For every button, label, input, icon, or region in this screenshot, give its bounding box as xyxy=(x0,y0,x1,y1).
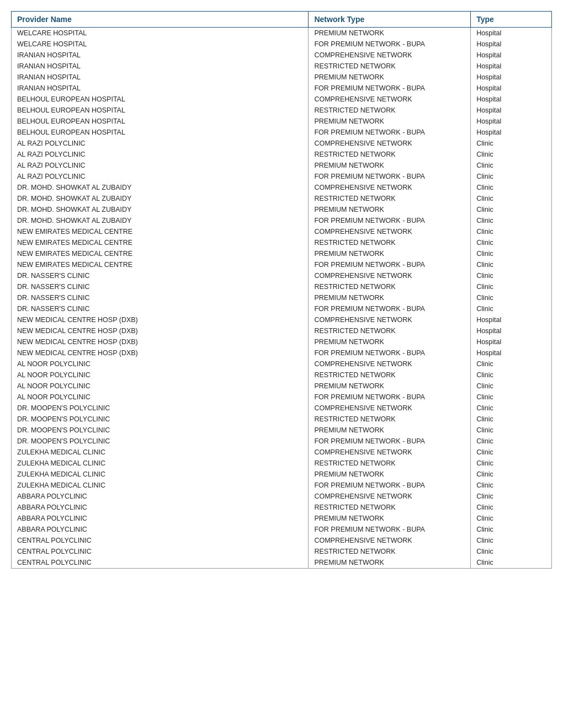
table-row: DR. MOOPEN'S POLYCLINICPREMIUM NETWORKCl… xyxy=(12,425,552,436)
cell-network-type: RESTRICTED NETWORK xyxy=(309,281,471,292)
cell-type: Clinic xyxy=(471,535,552,546)
cell-network-type: COMPREHENSIVE NETWORK xyxy=(309,403,471,414)
table-row: AL NOOR POLYCLINICPREMIUM NETWORKClinic xyxy=(12,381,552,392)
table-row: WELCARE HOSPITALFOR PREMIUM NETWORK - BU… xyxy=(12,39,552,50)
table-row: AL RAZI POLYCLINICRESTRICTED NETWORKClin… xyxy=(12,149,552,160)
cell-provider-name: ZULEKHA MEDICAL CLINIC xyxy=(12,480,309,491)
cell-provider-name: CENTRAL POLYCLINIC xyxy=(12,535,309,546)
cell-provider-name: IRANIAN HOSPITAL xyxy=(12,72,309,83)
cell-network-type: PREMIUM NETWORK xyxy=(309,72,471,83)
table-row: DR. NASSER'S CLINICFOR PREMIUM NETWORK -… xyxy=(12,303,552,314)
cell-network-type: FOR PREMIUM NETWORK - BUPA xyxy=(309,480,471,491)
cell-network-type: PREMIUM NETWORK xyxy=(309,292,471,303)
cell-network-type: PREMIUM NETWORK xyxy=(309,248,471,259)
cell-network-type: PREMIUM NETWORK xyxy=(309,116,471,127)
cell-provider-name: DR. MOOPEN'S POLYCLINIC xyxy=(12,414,309,425)
table-row: NEW MEDICAL CENTRE HOSP (DXB)COMPREHENSI… xyxy=(12,314,552,325)
table-row: DR. NASSER'S CLINICPREMIUM NETWORKClinic xyxy=(12,292,552,303)
cell-provider-name: DR. MOHD. SHOWKAT AL ZUBAIDY xyxy=(12,215,309,226)
cell-type: Hospital xyxy=(471,116,552,127)
cell-provider-name: ABBARA POLYCLINIC xyxy=(12,513,309,524)
cell-network-type: PREMIUM NETWORK xyxy=(309,204,471,215)
cell-network-type: PREMIUM NETWORK xyxy=(309,160,471,171)
table-row: DR. NASSER'S CLINICCOMPREHENSIVE NETWORK… xyxy=(12,270,552,281)
cell-network-type: PREMIUM NETWORK xyxy=(309,425,471,436)
cell-network-type: RESTRICTED NETWORK xyxy=(309,546,471,557)
cell-provider-name: AL NOOR POLYCLINIC xyxy=(12,358,309,370)
cell-provider-name: AL RAZI POLYCLINIC xyxy=(12,171,309,182)
cell-provider-name: WELCARE HOSPITAL xyxy=(12,39,309,50)
table-row: AL RAZI POLYCLINICFOR PREMIUM NETWORK - … xyxy=(12,171,552,182)
cell-provider-name: ZULEKHA MEDICAL CLINIC xyxy=(12,469,309,480)
cell-provider-name: NEW MEDICAL CENTRE HOSP (DXB) xyxy=(12,347,309,358)
cell-type: Hospital xyxy=(471,94,552,105)
table-row: BELHOUL EUROPEAN HOSPITALCOMPREHENSIVE N… xyxy=(12,94,552,105)
cell-network-type: COMPREHENSIVE NETWORK xyxy=(309,50,471,61)
cell-provider-name: DR. MOHD. SHOWKAT AL ZUBAIDY xyxy=(12,193,309,204)
cell-network-type: FOR PREMIUM NETWORK - BUPA xyxy=(309,259,471,270)
cell-provider-name: AL NOOR POLYCLINIC xyxy=(12,381,309,392)
cell-type: Clinic xyxy=(471,370,552,381)
table-row: ABBARA POLYCLINICPREMIUM NETWORKClinic xyxy=(12,513,552,524)
cell-provider-name: NEW MEDICAL CENTRE HOSP (DXB) xyxy=(12,325,309,336)
cell-type: Clinic xyxy=(471,480,552,491)
cell-network-type: PREMIUM NETWORK xyxy=(309,28,471,39)
cell-network-type: RESTRICTED NETWORK xyxy=(309,414,471,425)
table-row: DR. MOOPEN'S POLYCLINICFOR PREMIUM NETWO… xyxy=(12,436,552,447)
cell-type: Clinic xyxy=(471,204,552,215)
cell-type: Hospital xyxy=(471,127,552,138)
cell-network-type: FOR PREMIUM NETWORK - BUPA xyxy=(309,392,471,403)
cell-type: Clinic xyxy=(471,248,552,259)
cell-provider-name: BELHOUL EUROPEAN HOSPITAL xyxy=(12,116,309,127)
cell-network-type: RESTRICTED NETWORK xyxy=(309,325,471,336)
table-row: NEW MEDICAL CENTRE HOSP (DXB)FOR PREMIUM… xyxy=(12,347,552,358)
cell-network-type: FOR PREMIUM NETWORK - BUPA xyxy=(309,39,471,50)
cell-network-type: RESTRICTED NETWORK xyxy=(309,237,471,248)
table-row: AL NOOR POLYCLINICFOR PREMIUM NETWORK - … xyxy=(12,392,552,403)
cell-type: Hospital xyxy=(471,83,552,94)
cell-network-type: COMPREHENSIVE NETWORK xyxy=(309,491,471,502)
cell-provider-name: AL NOOR POLYCLINIC xyxy=(12,370,309,381)
cell-provider-name: ABBARA POLYCLINIC xyxy=(12,491,309,502)
table-row: AL RAZI POLYCLINICPREMIUM NETWORKClinic xyxy=(12,160,552,171)
table-row: CENTRAL POLYCLINICPREMIUM NETWORKClinic xyxy=(12,557,552,569)
table-row: ZULEKHA MEDICAL CLINICCOMPREHENSIVE NETW… xyxy=(12,447,552,458)
table-row: AL RAZI POLYCLINICCOMPREHENSIVE NETWORKC… xyxy=(12,138,552,149)
cell-provider-name: CENTRAL POLYCLINIC xyxy=(12,546,309,557)
cell-provider-name: BELHOUL EUROPEAN HOSPITAL xyxy=(12,105,309,116)
cell-type: Clinic xyxy=(471,381,552,392)
cell-type: Clinic xyxy=(471,458,552,469)
cell-type: Hospital xyxy=(471,105,552,116)
table-row: ABBARA POLYCLINICRESTRICTED NETWORKClini… xyxy=(12,502,552,513)
cell-type: Clinic xyxy=(471,557,552,569)
cell-provider-name: NEW EMIRATES MEDICAL CENTRE xyxy=(12,237,309,248)
cell-network-type: COMPREHENSIVE NETWORK xyxy=(309,358,471,370)
table-row: ABBARA POLYCLINICFOR PREMIUM NETWORK - B… xyxy=(12,524,552,535)
cell-provider-name: IRANIAN HOSPITAL xyxy=(12,50,309,61)
table-row: NEW EMIRATES MEDICAL CENTRERESTRICTED NE… xyxy=(12,237,552,248)
table-row: NEW MEDICAL CENTRE HOSP (DXB)PREMIUM NET… xyxy=(12,336,552,347)
cell-type: Clinic xyxy=(471,226,552,237)
cell-type: Clinic xyxy=(471,171,552,182)
header-provider-name: Provider Name xyxy=(12,12,309,28)
table-row: DR. MOOPEN'S POLYCLINICRESTRICTED NETWOR… xyxy=(12,414,552,425)
cell-network-type: PREMIUM NETWORK xyxy=(309,557,471,569)
table-row: DR. MOHD. SHOWKAT AL ZUBAIDYCOMPREHENSIV… xyxy=(12,182,552,193)
cell-type: Clinic xyxy=(471,546,552,557)
cell-provider-name: DR. NASSER'S CLINIC xyxy=(12,292,309,303)
table-row: ABBARA POLYCLINICCOMPREHENSIVE NETWORKCl… xyxy=(12,491,552,502)
cell-provider-name: DR. MOOPEN'S POLYCLINIC xyxy=(12,403,309,414)
cell-network-type: PREMIUM NETWORK xyxy=(309,469,471,480)
cell-network-type: FOR PREMIUM NETWORK - BUPA xyxy=(309,303,471,314)
cell-network-type: COMPREHENSIVE NETWORK xyxy=(309,270,471,281)
cell-type: Clinic xyxy=(471,182,552,193)
cell-provider-name: NEW EMIRATES MEDICAL CENTRE xyxy=(12,226,309,237)
cell-network-type: RESTRICTED NETWORK xyxy=(309,105,471,116)
table-row: IRANIAN HOSPITALCOMPREHENSIVE NETWORKHos… xyxy=(12,50,552,61)
cell-provider-name: DR. MOOPEN'S POLYCLINIC xyxy=(12,425,309,436)
cell-network-type: COMPREHENSIVE NETWORK xyxy=(309,314,471,325)
header-type: Type xyxy=(471,12,552,28)
cell-network-type: COMPREHENSIVE NETWORK xyxy=(309,535,471,546)
cell-type: Clinic xyxy=(471,403,552,414)
cell-type: Clinic xyxy=(471,138,552,149)
